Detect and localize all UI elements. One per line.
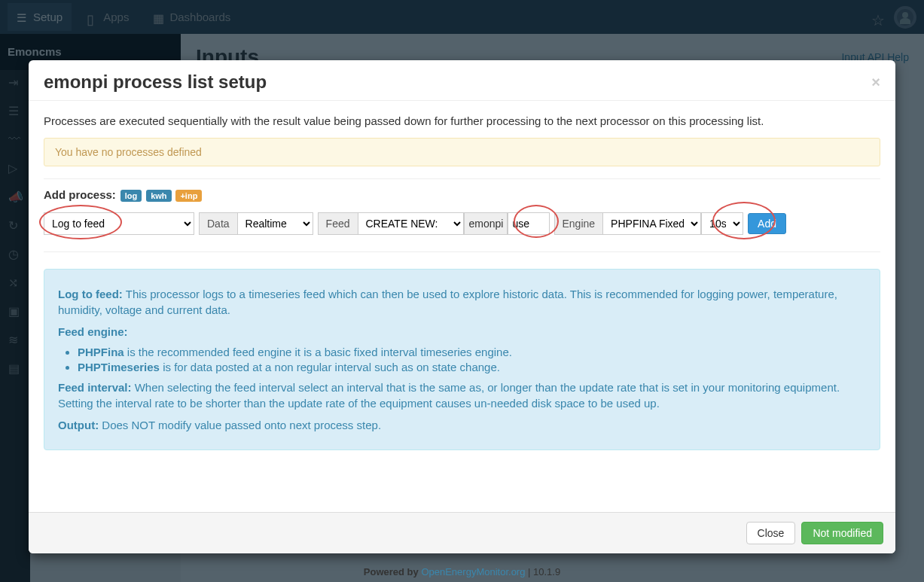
modal-overlay — [0, 0, 924, 34]
